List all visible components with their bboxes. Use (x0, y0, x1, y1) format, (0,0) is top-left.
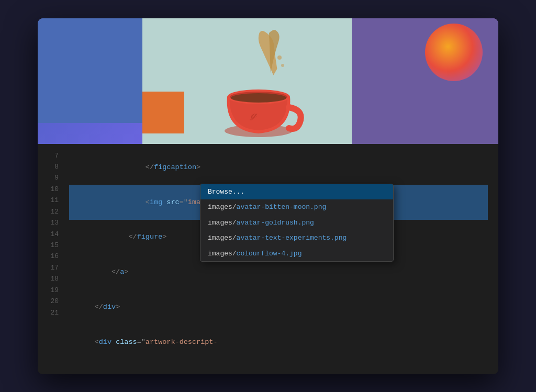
coffee-splash-image (247, 29, 289, 81)
browse-label: Browse... (208, 187, 244, 197)
code-line-11: </div> (69, 290, 488, 325)
svg-point-4 (231, 93, 286, 103)
path-suffix-1: avatar-bitten-moon.png (237, 203, 327, 211)
autocomplete-browse[interactable]: Browse... (200, 184, 393, 200)
editor-window: ℊ 7 8 9 10 11 12 13 14 15 16 17 18 19 (38, 18, 498, 374)
code-line-7: </figcaption> (69, 150, 488, 185)
path-prefix-1: images/ (208, 203, 237, 211)
image-preview-panel: ℊ (38, 18, 498, 144)
path-suffix-2: avatar-goldrush.png (237, 219, 314, 227)
svg-point-6 (281, 64, 284, 67)
path-prefix-3: images/ (208, 234, 237, 242)
autocomplete-item-3[interactable]: images/avatar-text-experiments.png (200, 230, 393, 246)
color-circle-decoration (425, 24, 483, 81)
autocomplete-dropdown[interactable]: Browse... images/avatar-bitten-moon.png … (200, 184, 394, 262)
line-numbers: 7 8 9 10 11 12 13 14 15 16 17 18 19 20 2… (38, 150, 64, 319)
code-line-12: <div class="artwork-descript- (69, 324, 488, 360)
path-prefix-4: images/ (208, 250, 237, 257)
svg-point-5 (277, 55, 282, 60)
autocomplete-item-2[interactable]: images/avatar-goldrush.png (200, 215, 393, 231)
bg-orange-block (142, 92, 184, 133)
code-line-13: <img src="images/dot.png" (69, 360, 488, 374)
autocomplete-item-1[interactable]: images/avatar-bitten-moon.png (200, 199, 393, 215)
svg-text:ℊ: ℊ (250, 107, 258, 120)
path-suffix-4: colourflow-4.jpg (237, 250, 302, 257)
path-suffix-3: avatar-text-experiments.png (237, 234, 347, 242)
code-editor-panel[interactable]: 7 8 9 10 11 12 13 14 15 16 17 18 19 20 2… (38, 144, 498, 374)
autocomplete-item-4[interactable]: images/colourflow-4.jpg (200, 246, 393, 262)
path-prefix-2: images/ (208, 219, 237, 227)
